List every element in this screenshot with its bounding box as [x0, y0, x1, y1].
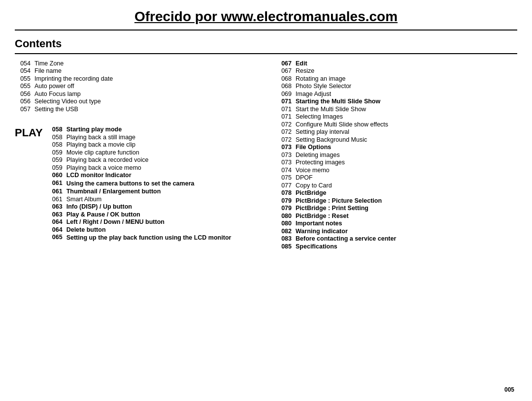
page-number: 079: [276, 197, 296, 204]
list-item: 073 Deleting images: [276, 152, 517, 158]
page-number: 058: [47, 126, 66, 133]
page-number: 079: [276, 205, 296, 212]
list-item: 071 Selecting Images: [276, 113, 517, 120]
main-content: 054 Time Zone 054 File name 055 Imprinti…: [15, 59, 517, 250]
page-number: 059: [47, 164, 66, 171]
page-number: 058: [47, 134, 66, 141]
list-item: 072 Configure Multi Slide show effects: [276, 121, 517, 128]
list-item: 073 File Options: [276, 144, 517, 151]
entry-label: File name: [34, 67, 256, 74]
page-number: 054: [15, 60, 34, 67]
list-item: 055 Imprinting the recording date: [15, 75, 256, 82]
list-item: 064 Left / Right / Down / MENU button: [47, 218, 256, 225]
list-item: 065 Setting up the play back function us…: [47, 234, 256, 242]
list-item: 068 Rotating an image: [276, 75, 517, 82]
list-item: 075 DPOF: [276, 174, 517, 181]
entry-label: Using the camera buttons to set the came…: [66, 180, 256, 187]
page-number: 067: [276, 67, 296, 74]
list-item: 080 Important notes: [276, 220, 517, 227]
entry-label: Image Adjust: [296, 91, 517, 97]
list-item: 068 Photo Style Selector: [276, 83, 517, 90]
page-number: 064: [47, 226, 66, 233]
entry-label: Playing back a movie clip: [66, 141, 256, 148]
list-item: 064 Delete button: [47, 226, 256, 233]
page-number: 071: [276, 98, 296, 105]
page-number: 073: [276, 152, 296, 158]
entry-label: Protecting images: [296, 159, 517, 166]
list-item: 085 Specifications: [276, 243, 517, 250]
list-item: 058 Playing back a still image: [47, 134, 256, 141]
page-number: 056: [15, 98, 34, 105]
page-number: 061: [47, 196, 66, 203]
entry-label: Playing back a voice memo: [66, 164, 256, 171]
list-item: 061 Smart Album: [47, 196, 256, 203]
entry-label: Warning indicator: [296, 228, 517, 235]
page-number: 077: [276, 182, 296, 189]
entry-label: Play & Pause / OK button: [66, 211, 256, 218]
page-number: 060: [47, 172, 66, 179]
entry-label: LCD monitor Indicator: [66, 172, 256, 179]
entry-label: Edit: [296, 60, 517, 67]
list-item: 074 Voice memo: [276, 167, 517, 174]
list-item: 083 Before contacting a service center: [276, 235, 517, 242]
entry-label: PictBridge: [296, 189, 517, 196]
left-column: 054 Time Zone 054 File name 055 Imprinti…: [15, 59, 266, 250]
page-number: 059: [47, 149, 66, 156]
right-column: 067 Edit 067 Resize 068 Rotating an imag…: [266, 59, 517, 250]
play-label: PLAY: [15, 125, 43, 139]
page-number: 080: [276, 220, 296, 227]
page-number: 057: [15, 106, 34, 113]
page-number: 056: [15, 91, 34, 97]
entry-label: File Options: [296, 144, 517, 151]
entry-label: Thumbnail / Enlargement button: [66, 188, 256, 195]
entry-label: PictBridge : Picture Selection: [296, 197, 517, 204]
list-item: 072 Setting play interval: [276, 128, 517, 135]
list-item: 069 Image Adjust: [276, 91, 517, 97]
page-number: 054: [15, 67, 34, 74]
list-item: 078 PictBridge: [276, 189, 517, 196]
list-item: 054 Time Zone: [15, 60, 256, 67]
entry-label: Start the Multi Slide Show: [296, 106, 517, 113]
play-rows: 058 Starting play mode 058 Playing back …: [47, 125, 256, 243]
entry-label: Setting play interval: [296, 128, 517, 135]
page-footer: 005: [504, 386, 514, 393]
list-item: 063 Info (DISP) / Up button: [47, 203, 256, 210]
list-item: 067 Edit: [276, 60, 517, 67]
play-section: PLAY 058 Starting play mode 058 Playing …: [15, 125, 256, 243]
entry-label: Time Zone: [34, 60, 256, 67]
page-number: 068: [276, 83, 296, 90]
list-item: 058 Playing back a movie clip: [47, 141, 256, 148]
list-item: 059 Playing back a recorded voice: [47, 156, 256, 163]
entry-label: DPOF: [296, 174, 517, 181]
list-item: 059 Movie clip capture function: [47, 149, 256, 156]
page-number: 072: [276, 128, 296, 135]
list-item: 061 Thumbnail / Enlargement button: [47, 188, 256, 195]
list-item: 082 Warning indicator: [276, 228, 517, 235]
entry-label: Playing back a still image: [66, 134, 256, 141]
list-item: 058 Starting play mode: [47, 126, 256, 133]
entry-label: Voice memo: [296, 167, 517, 174]
list-item: 057 Setting the USB: [15, 106, 256, 113]
list-item: 077 Copy to Card: [276, 182, 517, 189]
list-item: 063 Play & Pause / OK button: [47, 211, 256, 218]
page-number: 061: [47, 188, 66, 195]
page-number: 067: [276, 60, 296, 67]
header-title: Ofrecido por www.electromanuales.com: [134, 9, 398, 24]
page-number: 083: [276, 235, 296, 242]
entry-label: Smart Album: [66, 196, 256, 203]
page-number: 085: [276, 243, 296, 250]
page-number: 071: [276, 106, 296, 113]
header: Ofrecido por www.electromanuales.com: [0, 0, 532, 31]
top-items-section: 054 Time Zone 054 File name 055 Imprinti…: [15, 60, 256, 113]
page-number: 073: [276, 159, 296, 166]
contents-heading: Contents: [15, 37, 517, 54]
page-number: 071: [276, 113, 296, 120]
page-number: 055: [15, 75, 34, 82]
list-item: 071 Starting the Multi Slide Show: [276, 98, 517, 105]
entry-label: Before contacting a service center: [296, 235, 517, 242]
page-number: 064: [47, 218, 66, 225]
list-item: 079 PictBridge : Print Setting: [276, 205, 517, 212]
list-item: 071 Start the Multi Slide Show: [276, 106, 517, 113]
page-number: 063: [47, 203, 66, 210]
page-number: 069: [276, 91, 296, 97]
